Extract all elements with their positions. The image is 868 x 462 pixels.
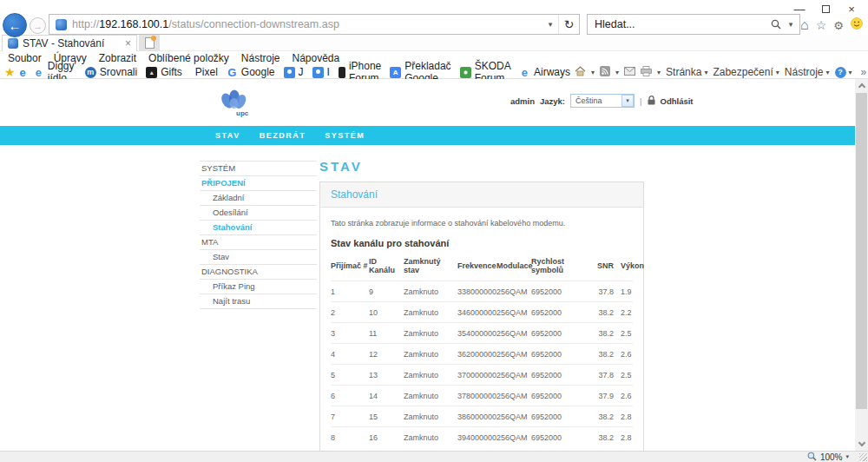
chevron-up-icon bbox=[858, 83, 865, 90]
page-menu-button[interactable]: Stránka▾ bbox=[666, 66, 707, 78]
cell: Zamknuto bbox=[404, 302, 457, 323]
cell: 1 bbox=[331, 281, 369, 302]
address-bar[interactable]: http://192.168.100.1/status/connection-d… bbox=[49, 14, 580, 35]
scrollbar-thumb[interactable] bbox=[856, 93, 867, 409]
refresh-button[interactable]: ↻ bbox=[558, 15, 579, 34]
favorite-i[interactable]: I bbox=[308, 66, 334, 78]
zoom-level[interactable]: 100% bbox=[820, 452, 843, 462]
sidebar-item-stahovani[interactable]: Stahování bbox=[200, 221, 317, 235]
sidebar-item-pripojeni[interactable]: PŘIPOJENÍ bbox=[200, 176, 317, 191]
cell: 362000000 bbox=[457, 344, 496, 365]
favorite-airways[interactable]: e Airways bbox=[515, 66, 575, 78]
col-header: ID Kanálu bbox=[369, 250, 404, 281]
cell: Zamknuto bbox=[404, 406, 457, 427]
cell: 2.8 bbox=[614, 406, 633, 427]
home-icon[interactable]: ⌂ bbox=[800, 19, 809, 31]
settings-gear-icon[interactable]: ⚙ bbox=[833, 19, 844, 32]
url-scheme: http:// bbox=[72, 18, 99, 30]
back-arrow-icon: ← bbox=[9, 18, 22, 33]
minimize-button[interactable]: — bbox=[786, 1, 812, 17]
url-text[interactable]: http://192.168.100.1/status/connection-d… bbox=[72, 18, 542, 30]
help-icon: ? bbox=[835, 67, 846, 78]
language-value: Čeština bbox=[575, 96, 602, 105]
rss-feed-icon[interactable] bbox=[600, 66, 610, 79]
sidebar-item-odesilani[interactable]: Odesílání bbox=[200, 206, 317, 221]
restore-button[interactable] bbox=[812, 1, 838, 17]
table-row: 19Zamknuto338000000256QAM695200037.81.9 bbox=[331, 281, 633, 302]
menu-zobrazit[interactable]: Zobrazit bbox=[93, 52, 142, 64]
add-favorite-star-icon[interactable]: ★ bbox=[0, 65, 17, 79]
nav-system[interactable]: SYSTÉM bbox=[325, 131, 365, 140]
sidebar-item-prikaz-ping[interactable]: Příkaz Ping bbox=[200, 280, 317, 294]
logout-link[interactable]: Odhlásit bbox=[661, 96, 694, 106]
favorite-j[interactable]: J bbox=[279, 66, 308, 78]
menu-nastroje[interactable]: Nástroje bbox=[235, 52, 286, 64]
tab-stav-stahovani[interactable]: STAV - Stahování × bbox=[2, 35, 137, 51]
cell: 256QAM bbox=[496, 386, 531, 406]
overflow-chevron-icon[interactable]: » bbox=[858, 66, 868, 78]
rss-dropdown-icon[interactable]: ▾ bbox=[615, 69, 619, 76]
select-arrow-icon: ▾ bbox=[621, 95, 634, 107]
ie-icon[interactable]: e bbox=[17, 66, 29, 79]
cell: 378000000 bbox=[457, 386, 496, 406]
print-icon[interactable] bbox=[641, 66, 652, 79]
tools-menu-button[interactable]: Nástroje▾ bbox=[785, 66, 830, 78]
tab-close-icon[interactable]: × bbox=[125, 37, 131, 50]
favorites-icon[interactable]: ☆ bbox=[816, 18, 827, 32]
forward-button[interactable]: → bbox=[30, 17, 46, 34]
nav-bezdrat[interactable]: BEZDRÁT bbox=[260, 131, 306, 140]
resize-grip[interactable] bbox=[859, 453, 867, 461]
home-dropdown-icon[interactable]: ▾ bbox=[591, 69, 595, 76]
cell: 2 bbox=[331, 302, 369, 323]
cell: 4 bbox=[331, 344, 369, 365]
session-bar: admin Jazyk: Čeština ▾ | Odhlásit bbox=[510, 94, 694, 108]
favorite-gifts[interactable]: ▲ Gifts bbox=[141, 66, 187, 78]
username: admin bbox=[510, 96, 535, 106]
favorite-pixel[interactable]: Pixel bbox=[187, 66, 222, 78]
language-select[interactable]: Čeština ▾ bbox=[570, 94, 635, 108]
nav-stav[interactable]: STAV bbox=[215, 131, 240, 140]
address-dropdown-icon[interactable]: ▾ bbox=[542, 20, 558, 29]
back-button[interactable]: ← bbox=[3, 13, 27, 37]
scroll-up-button[interactable] bbox=[855, 79, 868, 92]
help-menu-button[interactable]: ?▾ bbox=[835, 67, 852, 78]
vertical-scrollbar[interactable] bbox=[855, 79, 868, 451]
favorite-srovnali[interactable]: m Srovnali bbox=[81, 66, 141, 78]
sidebar-item-zakladni[interactable]: Základní bbox=[200, 191, 317, 206]
close-button[interactable]: × bbox=[838, 1, 865, 17]
page-title: STAV bbox=[319, 159, 644, 174]
sidebar-item-mta[interactable]: MTA bbox=[200, 235, 317, 250]
new-tab-button[interactable] bbox=[139, 35, 160, 51]
search-placeholder[interactable]: Hledat... bbox=[595, 18, 771, 30]
sidebar-item-system[interactable]: SYSTÉM bbox=[200, 162, 317, 176]
page-menu-label: Stránka bbox=[666, 66, 701, 78]
search-dropdown-icon[interactable]: ▾ bbox=[784, 20, 798, 29]
search-icon[interactable] bbox=[771, 19, 781, 30]
panel-body: Tato stránka zobrazuje informace o staho… bbox=[320, 208, 643, 451]
cell: 2.8 bbox=[614, 427, 633, 448]
favicon-map-icon bbox=[312, 67, 324, 78]
forward-arrow-icon: → bbox=[33, 21, 43, 31]
upc-logo: upc bbox=[216, 89, 253, 120]
menu-oblibene-polozky[interactable]: Oblíbené položky bbox=[142, 52, 235, 64]
cell: 256QAM bbox=[496, 281, 531, 302]
panel-title: Stahování bbox=[320, 182, 643, 208]
mail-icon[interactable] bbox=[624, 66, 635, 78]
cell: 37.9 bbox=[593, 386, 614, 406]
sidebar-item-diagnostika[interactable]: DIAGNOSTIKA bbox=[200, 265, 317, 280]
security-menu-button[interactable]: Zabezpečení▾ bbox=[713, 66, 779, 78]
print-dropdown-icon[interactable]: ▾ bbox=[657, 69, 661, 76]
feedback-smiley-icon[interactable] bbox=[851, 17, 863, 33]
cell: 2.6 bbox=[614, 344, 633, 365]
language-label: Jazyk: bbox=[540, 96, 565, 106]
sidebar-item-najit-trasu[interactable]: Najít trasu bbox=[200, 294, 317, 309]
scroll-down-button[interactable] bbox=[855, 438, 868, 451]
table-row: 210Zamknuto346000000256QAM695200038.22.2 bbox=[331, 302, 633, 323]
zoom-magnifier-icon[interactable] bbox=[807, 452, 817, 462]
chevron-down-icon: ▾ bbox=[704, 69, 707, 76]
zoom-dropdown-icon[interactable]: ▾ bbox=[845, 453, 849, 460]
search-box[interactable]: Hledat... ▾ bbox=[587, 14, 800, 35]
home-page-icon[interactable] bbox=[575, 66, 586, 79]
favorite-google[interactable]: G Google bbox=[222, 66, 279, 78]
sidebar-item-stav[interactable]: Stav bbox=[200, 250, 317, 265]
